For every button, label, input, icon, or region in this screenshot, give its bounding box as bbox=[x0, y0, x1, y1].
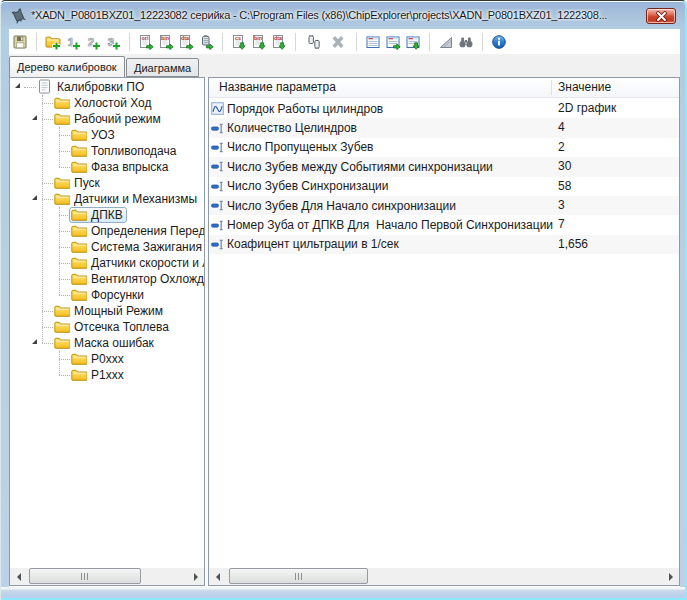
export-ori-button[interactable]: ori bbox=[136, 32, 156, 52]
folder-icon bbox=[54, 175, 70, 191]
export-chip-button[interactable] bbox=[196, 32, 216, 52]
binoculars-icon bbox=[458, 34, 474, 50]
tree-item-вентилятор-охложде[interactable]: Вентилятор Охложде bbox=[10, 271, 204, 287]
tree-item-отсечка-топлева[interactable]: Отсечка Топлева bbox=[10, 319, 204, 335]
scroll-thumb[interactable] bbox=[229, 568, 368, 584]
export-bin-button[interactable]: bin bbox=[156, 32, 176, 52]
thumb-grip bbox=[295, 573, 303, 580]
tree-item-уоз[interactable]: УОЗ bbox=[10, 127, 204, 143]
close-button[interactable] bbox=[646, 8, 676, 24]
table-view-button[interactable] bbox=[363, 32, 383, 52]
folder-icon bbox=[54, 303, 70, 319]
add-map-2-button[interactable]: 2 bbox=[83, 32, 103, 52]
connect-button[interactable] bbox=[302, 32, 326, 52]
tree-expander-icon[interactable] bbox=[32, 115, 37, 120]
tree-hscrollbar[interactable] bbox=[10, 568, 204, 585]
tree-expander-icon[interactable] bbox=[32, 195, 37, 200]
folder-icon bbox=[71, 223, 87, 239]
scroll-left-button[interactable] bbox=[10, 568, 27, 585]
table-import-button[interactable] bbox=[403, 32, 423, 52]
search-button[interactable] bbox=[456, 32, 476, 52]
param-row[interactable]: Номер Зуба от ДПКВ Для Начало Первой Син… bbox=[209, 215, 679, 234]
toolbar-separator bbox=[222, 33, 223, 51]
save-button[interactable] bbox=[10, 32, 30, 52]
tree-item-датчики-скорости-и-а[interactable]: Датчики скорости и А bbox=[10, 255, 204, 271]
tree-expander-icon[interactable] bbox=[32, 339, 37, 344]
svg-text:dta: dta bbox=[181, 35, 189, 41]
tree-item-маска-ошибак[interactable]: Маска ошибак bbox=[10, 335, 204, 351]
parameter-icon bbox=[211, 219, 224, 232]
scroll-left-button[interactable] bbox=[209, 568, 226, 585]
column-separator[interactable] bbox=[551, 80, 552, 95]
parameter-icon bbox=[211, 180, 224, 193]
measure-button[interactable] bbox=[436, 32, 456, 52]
param-row[interactable]: Число Зубев Для Начало синхронизации3 bbox=[209, 196, 679, 215]
tree-item-p1xxx[interactable]: P1xxx bbox=[10, 367, 204, 383]
tree-expander-icon[interactable] bbox=[15, 83, 20, 88]
add-folder-button[interactable] bbox=[43, 32, 63, 52]
table-export-button[interactable] bbox=[383, 32, 403, 52]
folder-icon bbox=[54, 191, 70, 207]
param-row[interactable]: Порядок Работы цилиндров2D график bbox=[209, 99, 679, 118]
tree-item-топливоподача[interactable]: Топливоподача bbox=[10, 143, 204, 159]
doc-import-icon: cs bbox=[231, 34, 247, 50]
toolbar-separator bbox=[295, 33, 296, 51]
folder-icon bbox=[71, 143, 87, 159]
add-map-3-button[interactable]: 3 bbox=[103, 32, 123, 52]
scroll-thumb[interactable] bbox=[29, 568, 141, 584]
import-cs-button[interactable]: cs bbox=[229, 32, 249, 52]
tree-item-рабочий-режим[interactable]: Рабочий режим bbox=[10, 111, 204, 127]
tab-tree[interactable]: Дерево калибровок bbox=[9, 56, 125, 77]
disconnect-icon bbox=[330, 34, 346, 50]
calibration-tree: Калибровки ПОХолостой ХодРабочий режимУО… bbox=[10, 78, 204, 568]
scroll-right-button[interactable] bbox=[662, 568, 679, 585]
info-button[interactable] bbox=[489, 32, 509, 52]
tree-item-дпкв[interactable]: ДПКВ bbox=[10, 207, 204, 223]
column-header-name[interactable]: Название параметра bbox=[219, 80, 336, 94]
connect-icon bbox=[306, 34, 322, 50]
tab-diagram[interactable]: Диаграмма bbox=[126, 58, 199, 77]
folder-icon bbox=[71, 255, 87, 271]
arrow-right-icon bbox=[669, 573, 673, 581]
tree-item-фаза-впрыска[interactable]: Фаза впрыска bbox=[10, 159, 204, 175]
param-row[interactable]: Число Пропущеных Зубев2 bbox=[209, 138, 679, 157]
tree-item-форсунки[interactable]: Форсунки bbox=[10, 287, 204, 303]
compare-button[interactable] bbox=[326, 32, 350, 52]
parameter-icon bbox=[211, 160, 224, 173]
save-icon bbox=[12, 34, 28, 50]
client-area: 123oribindtacsbindta Дерево калибровокДи… bbox=[9, 29, 680, 587]
tree-item-датчики-и-механизмы[interactable]: Датчики и Механизмы bbox=[10, 191, 204, 207]
tree-item-p0xxx[interactable]: P0xxx bbox=[10, 351, 204, 367]
param-row[interactable]: Число Зубев между Событиями синхронизаци… bbox=[209, 157, 679, 176]
info-icon bbox=[491, 34, 507, 50]
column-header-value[interactable]: Значение bbox=[558, 80, 611, 94]
folder-icon bbox=[71, 271, 87, 287]
table-hscrollbar[interactable] bbox=[209, 568, 679, 585]
param-row[interactable]: Число Зубев Синхронизации58 bbox=[209, 177, 679, 196]
window-title: *XADN_P0801BXZ01_12223082 серийка - C:\P… bbox=[31, 9, 607, 21]
folder-icon bbox=[71, 239, 87, 255]
folder-icon bbox=[71, 351, 87, 367]
toolbar-separator bbox=[36, 33, 37, 51]
tree-item-система-зажигания[interactable]: Система Зажигания bbox=[10, 239, 204, 255]
scroll-right-button[interactable] bbox=[187, 568, 204, 585]
param-row[interactable]: Количество Целиндров4 bbox=[209, 118, 679, 137]
tree-item-пуск[interactable]: Пуск bbox=[10, 175, 204, 191]
add-map-1-button[interactable]: 1 bbox=[63, 32, 83, 52]
table-icon bbox=[365, 34, 381, 50]
doc-import-icon: bin bbox=[251, 34, 267, 50]
parameter-table-pane: Название параметра Значение Порядок Рабо… bbox=[208, 77, 680, 586]
folder-icon bbox=[71, 159, 87, 175]
export-dta-button[interactable]: dta bbox=[176, 32, 196, 52]
import-bin-button[interactable]: bin bbox=[249, 32, 269, 52]
svg-text:bin: bin bbox=[161, 35, 169, 41]
svg-text:bin: bin bbox=[254, 35, 262, 41]
num-add-icon: 2 bbox=[85, 34, 101, 50]
folder-icon bbox=[54, 111, 70, 127]
param-row[interactable]: Коафицент цильтрации в 1/сек1,656 bbox=[209, 235, 679, 254]
tree-item-калибровки-по[interactable]: Калибровки ПО bbox=[10, 79, 204, 95]
tree-item-определения-переда[interactable]: Определения Переда bbox=[10, 223, 204, 239]
tree-item-мощный-режим[interactable]: Мощный Режим bbox=[10, 303, 204, 319]
tree-item-холостой-ход[interactable]: Холостой Ход bbox=[10, 95, 204, 111]
import-dta-button[interactable]: dta bbox=[269, 32, 289, 52]
